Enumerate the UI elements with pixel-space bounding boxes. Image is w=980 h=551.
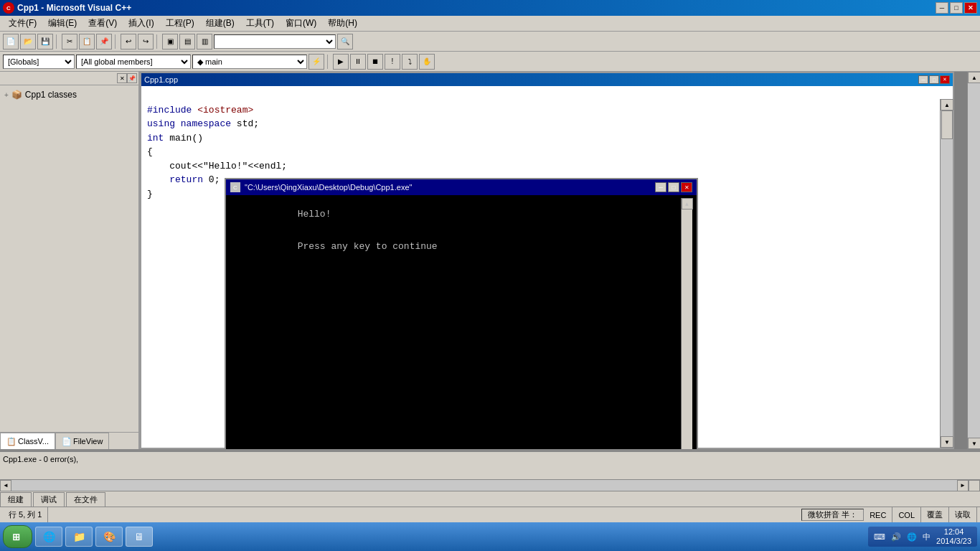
menu-build[interactable]: 组建(B) [200, 16, 240, 31]
search-btn[interactable]: 🔍 [337, 34, 353, 50]
scroll-up-btn[interactable]: ▲ [941, 99, 953, 110]
left-panel-tabs: 📋 ClassV... 📄 FileView [0, 432, 138, 449]
sep3 [156, 34, 159, 49]
editor-scroll-track[interactable] [968, 83, 980, 438]
status-position-text: 行 5, 列 1 [9, 509, 42, 520]
system-clock[interactable]: 12:04 2014/3/23 [936, 527, 971, 546]
editor-scroll-down[interactable]: ▼ [968, 438, 980, 449]
panel-pin-btn[interactable]: 📌 [127, 73, 137, 83]
output-hscrollbar[interactable]: ◄ ► [0, 479, 980, 491]
debug-btn4[interactable]: ! [385, 54, 400, 70]
menu-view[interactable]: 查看(V) [83, 16, 123, 31]
app-icon: C [3, 2, 14, 14]
tray-ime: 中 [923, 532, 930, 542]
file-view-tab[interactable]: 📄 FileView [55, 433, 109, 449]
class-view-label: ClassV... [18, 437, 49, 446]
taskbar-explorer[interactable]: 📁 [65, 527, 93, 547]
console-maximize-btn[interactable]: □ [668, 182, 679, 192]
expand-icon: + [4, 91, 9, 99]
close-button[interactable]: ✕ [964, 2, 977, 14]
status-readonly-text: 读取 [955, 509, 971, 520]
debug-btn2[interactable]: ⏸ [350, 54, 366, 70]
code-minimize-btn[interactable]: ─ [918, 75, 928, 84]
menu-insert[interactable]: 插入(I) [123, 16, 159, 31]
members-dropdown[interactable]: [All global members] [76, 55, 191, 69]
cut-btn[interactable]: ✂ [62, 34, 77, 50]
system-tray[interactable]: ⌨ 🔊 🌐 中 12:04 2014/3/23 [868, 527, 977, 547]
editor-scrollbar[interactable]: ▲ ▼ [967, 72, 980, 449]
status-rec-text: REC [870, 511, 886, 519]
code-scrollbar-v[interactable]: ▲ ▼ [940, 99, 953, 448]
output-tab-find[interactable]: 在文件 [66, 492, 105, 507]
code-maximize-btn[interactable]: □ [929, 75, 939, 84]
globals-dropdown[interactable]: [Globals] [3, 55, 75, 69]
code-window-title-bar: Cpp1.cpp ─ □ ✕ [141, 73, 953, 86]
console-line2: Press any key to continue [298, 241, 438, 252]
code-close-btn[interactable]: ✕ [940, 75, 950, 84]
class-btn1[interactable]: ⚡ [308, 54, 324, 70]
open-btn[interactable]: 📂 [20, 34, 36, 50]
new-btn[interactable]: 📄 [3, 34, 19, 50]
menu-edit[interactable]: 编辑(E) [42, 16, 83, 31]
redo-btn[interactable]: ↪ [138, 34, 154, 50]
minimize-button[interactable]: ─ [936, 2, 948, 14]
hscroll-right[interactable]: ► [957, 480, 969, 491]
panel-close-btn[interactable]: ✕ [117, 73, 127, 83]
console-scrollbar[interactable]: ▲ ▼ [681, 198, 692, 449]
copy-btn[interactable]: 📋 [79, 34, 95, 50]
taskbar-vc[interactable]: 🖥 [126, 527, 153, 547]
tbtn3[interactable]: ▥ [197, 34, 212, 50]
tbtn1[interactable]: ▣ [162, 34, 178, 50]
search-dropdown[interactable] [214, 34, 336, 49]
class-tree: + 📦 Cpp1 classes [0, 85, 138, 432]
taskbar-settings[interactable]: 🎨 [95, 527, 123, 547]
debug-btn6[interactable]: ✋ [419, 54, 435, 70]
menu-file[interactable]: 文件(F) [3, 16, 42, 31]
console-line1: Hello! [298, 209, 331, 220]
console-title-text: "C:\Users\QingXiaxu\Desktop\Debug\Cpp1.e… [245, 183, 412, 192]
save-btn[interactable]: 💾 [37, 34, 53, 50]
scroll-track[interactable] [941, 110, 953, 436]
tbtn2[interactable]: ▤ [179, 34, 195, 50]
output-tab-debug[interactable]: 调试 [33, 492, 65, 507]
menu-window[interactable]: 窗口(W) [280, 16, 322, 31]
debug-btn1[interactable]: ▶ [333, 54, 349, 70]
output-tabs: 组建 调试 在文件 [0, 491, 980, 507]
menu-bar: 文件(F) 编辑(E) 查看(V) 插入(I) 工程(P) 组建(B) 工具(T… [0, 16, 980, 32]
tree-root[interactable]: + 📦 Cpp1 classes [3, 88, 136, 101]
scroll-down-btn[interactable]: ▼ [941, 436, 953, 448]
output-content [0, 466, 980, 479]
undo-btn[interactable]: ↩ [121, 34, 136, 50]
menu-tools[interactable]: 工具(T) [240, 16, 280, 31]
hscroll-left[interactable]: ◄ [0, 480, 11, 491]
menu-help[interactable]: 帮助(H) [322, 16, 363, 31]
maximize-button[interactable]: □ [950, 2, 963, 14]
console-icon: C [230, 182, 240, 192]
tree-root-label: Cpp1 classes [25, 90, 77, 100]
class-view-tab[interactable]: 📋 ClassV... [0, 433, 55, 449]
editor-scroll-up[interactable]: ▲ [968, 72, 980, 83]
start-button[interactable]: ⊞ [3, 525, 32, 548]
file-view-label: FileView [73, 437, 103, 446]
hscroll-track[interactable] [11, 480, 957, 491]
console-minimize-btn[interactable]: ─ [655, 182, 666, 192]
output-text-area: Cpp1.exe - 0 error(s), [0, 451, 980, 466]
scroll-thumb[interactable] [941, 110, 953, 139]
editor-area: Cpp1.cpp ─ □ ✕ #include <iostream> using… [140, 72, 967, 449]
debug-btn3[interactable]: ⏹ [367, 54, 383, 70]
debug-btn5[interactable]: ⤵ [402, 54, 418, 70]
tree-folder-icon: 📦 [11, 90, 22, 100]
console-scroll-up[interactable]: ▲ [682, 198, 693, 209]
menu-project[interactable]: 工程(P) [160, 16, 200, 31]
console-close-btn[interactable]: ✕ [681, 182, 692, 192]
console-title-bar: C "C:\Users\QingXiaxu\Desktop\Debug\Cpp1… [226, 179, 697, 195]
main-dropdown[interactable]: ◆ main [192, 55, 307, 69]
taskbar-ie[interactable]: 🌐 [35, 527, 62, 547]
paste-btn[interactable]: 📌 [96, 34, 112, 50]
title-bar: C Cpp1 - Microsoft Visual C++ ─ □ ✕ [0, 0, 980, 16]
left-panel-header: ✕ 📌 [0, 72, 138, 85]
output-tab-build[interactable]: 组建 [0, 492, 32, 507]
sep4 [327, 55, 330, 69]
status-rec: REC [864, 507, 892, 522]
status-col: COL [892, 507, 921, 522]
